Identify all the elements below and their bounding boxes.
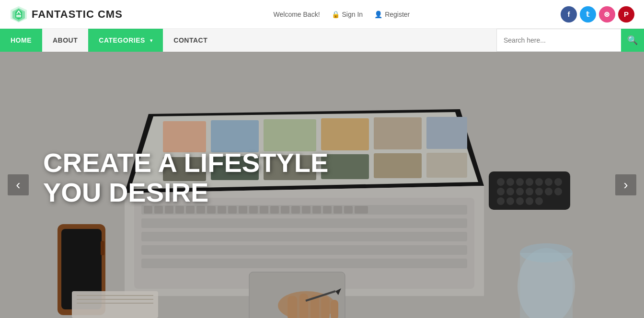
top-bar: FANTASTIC CMS Welcome Back! 🔒 Sign In 👤 … bbox=[0, 0, 644, 29]
cms-logo-icon bbox=[10, 5, 28, 23]
signin-label: Sign In bbox=[342, 11, 363, 18]
nav-item-categories[interactable]: CATEGORIES ▾ bbox=[88, 29, 163, 52]
pinterest-icon[interactable]: P bbox=[618, 6, 634, 23]
logo[interactable]: FANTASTIC CMS bbox=[10, 5, 123, 23]
logo-text: FANTASTIC CMS bbox=[32, 8, 123, 21]
hero-content: CREATE A LIFESTYLE YOU DESIRE bbox=[0, 148, 328, 221]
svg-rect-3 bbox=[16, 16, 21, 17]
prev-icon: ‹ bbox=[16, 177, 20, 193]
svg-rect-2 bbox=[16, 15, 21, 16]
search-button[interactable]: 🔍 bbox=[621, 29, 644, 52]
nav-item-about[interactable]: ABOUT bbox=[42, 29, 88, 52]
hero-title: CREATE A LIFESTYLE YOU DESIRE bbox=[43, 148, 328, 207]
search-icon: 🔍 bbox=[627, 35, 638, 45]
register-label: Register bbox=[385, 11, 410, 18]
dribbble-icon[interactable]: ⊛ bbox=[599, 6, 615, 23]
navbar: HOME ABOUT CATEGORIES ▾ CONTACT 🔍 bbox=[0, 29, 644, 52]
lock-icon: 🔒 bbox=[332, 11, 340, 18]
carousel-prev-button[interactable]: ‹ bbox=[8, 174, 29, 195]
nav-about-label: ABOUT bbox=[53, 36, 78, 44]
nav-home-label: HOME bbox=[11, 36, 32, 44]
facebook-icon[interactable]: f bbox=[561, 6, 577, 23]
top-center: Welcome Back! 🔒 Sign In 👤 Register bbox=[274, 11, 410, 18]
next-icon: › bbox=[623, 177, 628, 193]
nav-item-contact[interactable]: CONTACT bbox=[163, 29, 218, 52]
signin-link[interactable]: 🔒 Sign In bbox=[332, 11, 363, 18]
nav-categories-label: CATEGORIES bbox=[99, 36, 145, 44]
hero-section: CREATE A LIFESTYLE YOU DESIRE ‹ › bbox=[0, 52, 644, 318]
twitter-icon[interactable]: 𝕥 bbox=[580, 6, 596, 23]
hero-line1: CREATE A LIFESTYLE bbox=[43, 148, 328, 178]
user-icon: 👤 bbox=[374, 11, 382, 18]
register-link[interactable]: 👤 Register bbox=[374, 11, 410, 18]
search-input[interactable] bbox=[496, 29, 621, 52]
nav-contact-label: CONTACT bbox=[173, 36, 207, 44]
hero-line2: YOU DESIRE bbox=[43, 177, 208, 207]
chevron-down-icon: ▾ bbox=[150, 38, 153, 43]
nav-item-home[interactable]: HOME bbox=[0, 29, 42, 52]
welcome-text: Welcome Back! bbox=[274, 11, 320, 18]
carousel-next-button[interactable]: › bbox=[615, 174, 636, 195]
search-area: 🔍 bbox=[496, 29, 644, 52]
social-icons: f 𝕥 ⊛ P bbox=[561, 6, 634, 23]
